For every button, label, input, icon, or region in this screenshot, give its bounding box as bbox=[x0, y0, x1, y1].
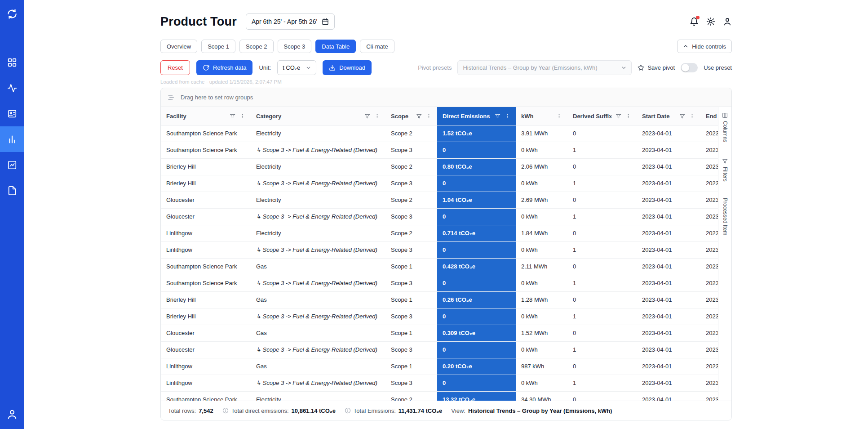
column-header-category[interactable]: Category bbox=[251, 107, 385, 125]
cell-start-date: 2023-04-01 bbox=[637, 125, 700, 142]
cell-direct-emissions: 0.20 tCO₂e bbox=[437, 358, 516, 375]
cell-direct-emissions: 1.04 tCO₂e bbox=[437, 192, 516, 208]
date-range-picker[interactable]: Apr 6th 25' - Apr 5th 26' bbox=[246, 13, 335, 30]
cell-scope: Scope 1 bbox=[385, 325, 437, 341]
table-row[interactable]: Linlithgow↳ Scope 3 -> Fuel & Energy-Rel… bbox=[161, 375, 718, 392]
tab-data-table[interactable]: Data Table bbox=[315, 40, 356, 53]
filter-funnel-icon[interactable] bbox=[230, 113, 235, 119]
cell-kwh: 1.52 MWh bbox=[516, 325, 567, 341]
column-menu-icon[interactable] bbox=[689, 113, 695, 119]
cell-end-date: 2023- bbox=[700, 125, 718, 142]
cell-category: ↳ Scope 3 -> Fuel & Energy-Related (Deri… bbox=[251, 375, 385, 391]
tab-scope-2[interactable]: Scope 2 bbox=[239, 40, 274, 53]
hide-controls-button[interactable]: Hide controls bbox=[677, 40, 732, 53]
side-panel-tab-columns[interactable]: Columns bbox=[722, 112, 728, 142]
cell-direct-emissions: 0 bbox=[437, 342, 516, 358]
tab-overview[interactable]: Overview bbox=[160, 40, 197, 53]
table-row[interactable]: LinlithgowElectricityScope 20.714 tCO₂e1… bbox=[161, 225, 718, 242]
table-row[interactable]: Brierley HillGasScope 10.26 tCO₂e1.28 MW… bbox=[161, 292, 718, 308]
cell-kwh: 0 kWh bbox=[516, 308, 567, 325]
reset-button[interactable]: Reset bbox=[160, 60, 190, 75]
table-row[interactable]: Brierley HillElectricityScope 20.80 tCO₂… bbox=[161, 159, 718, 175]
cell-facility: Gloucester bbox=[161, 192, 251, 208]
cell-derived-suffix: 1 bbox=[567, 242, 637, 258]
table-row[interactable]: Brierley Hill↳ Scope 3 -> Fuel & Energy-… bbox=[161, 308, 718, 325]
table-row[interactable]: GloucesterElectricityScope 21.04 tCO₂e2.… bbox=[161, 192, 718, 209]
view-item: View: Historical Trends – Group by Year … bbox=[451, 407, 612, 414]
sidebar-item-bar-chart[interactable] bbox=[0, 126, 24, 152]
sidebar-item-trend-chart[interactable] bbox=[0, 152, 24, 178]
column-header-scope[interactable]: Scope bbox=[385, 107, 437, 125]
column-header-direct-emissions[interactable]: Direct Emissions bbox=[437, 107, 516, 125]
filter-funnel-icon[interactable] bbox=[616, 113, 621, 119]
cell-category: Electricity bbox=[251, 392, 385, 401]
use-preset-label: Use preset bbox=[704, 64, 732, 71]
table-row[interactable]: Linlithgow↳ Scope 3 -> Fuel & Energy-Rel… bbox=[161, 242, 718, 259]
info-icon bbox=[222, 407, 229, 414]
sidebar-item-report[interactable] bbox=[0, 178, 24, 203]
column-menu-icon[interactable] bbox=[625, 113, 631, 119]
table-row[interactable]: Southampton Science ParkGasScope 10.428 … bbox=[161, 259, 718, 275]
cell-facility: Brierley Hill bbox=[161, 308, 251, 325]
row-group-dropzone[interactable]: Drag here to set row groups bbox=[161, 88, 731, 107]
filter-funnel-icon[interactable] bbox=[495, 113, 500, 119]
column-menu-icon[interactable] bbox=[239, 113, 245, 119]
sidebar-item-dashboard[interactable] bbox=[0, 49, 24, 75]
filter-funnel-icon[interactable] bbox=[416, 113, 422, 119]
unit-select[interactable]: t CO₂e bbox=[277, 60, 316, 75]
download-button[interactable]: Download bbox=[323, 60, 372, 75]
settings-gear-icon[interactable] bbox=[706, 17, 715, 26]
cell-derived-suffix: 0 bbox=[567, 159, 637, 175]
pivot-presets-label: Pivot presets bbox=[418, 64, 452, 71]
table-row[interactable]: Southampton Science ParkElectricityScope… bbox=[161, 392, 718, 401]
cell-direct-emissions: 0.309 tCO₂e bbox=[437, 325, 516, 341]
table-row[interactable]: Brierley Hill↳ Scope 3 -> Fuel & Energy-… bbox=[161, 175, 718, 192]
column-header-kwh[interactable]: kWh bbox=[516, 107, 567, 125]
cell-derived-suffix: 0 bbox=[567, 125, 637, 142]
sidebar-user-icon[interactable] bbox=[6, 408, 18, 420]
table-row[interactable]: Gloucester↳ Scope 3 -> Fuel & Energy-Rel… bbox=[161, 209, 718, 225]
table-row[interactable]: GloucesterGasScope 10.309 tCO₂e1.52 MWh0… bbox=[161, 325, 718, 342]
cell-end-date: 2023- bbox=[700, 209, 718, 225]
side-panel-tab-filters[interactable]: Filters bbox=[722, 158, 728, 182]
notifications-bell-icon[interactable] bbox=[690, 17, 699, 26]
filter-funnel-icon[interactable] bbox=[364, 113, 370, 119]
app-logo-sync-icon[interactable] bbox=[6, 8, 18, 20]
cell-direct-emissions: 1.52 tCO₂e bbox=[437, 125, 516, 142]
use-preset-toggle[interactable] bbox=[681, 63, 698, 72]
sidebar-item-contacts[interactable] bbox=[0, 101, 24, 126]
pivot-preset-select[interactable]: Historical Trends – Group by Year (Emiss… bbox=[457, 60, 632, 75]
table-row[interactable]: Southampton Science Park↳ Scope 3 -> Fue… bbox=[161, 275, 718, 292]
column-menu-icon[interactable] bbox=[374, 113, 380, 119]
save-pivot-button[interactable]: Save pivot bbox=[638, 64, 675, 71]
table-row[interactable]: Southampton Science Park↳ Scope 3 -> Fue… bbox=[161, 142, 718, 159]
column-header-start-date[interactable]: Start Date bbox=[637, 107, 700, 125]
refresh-data-label: Refresh data bbox=[213, 64, 246, 71]
cell-kwh: 0 kWh bbox=[516, 209, 567, 225]
cell-end-date: 2023- bbox=[700, 275, 718, 291]
tab-scope-1[interactable]: Scope 1 bbox=[201, 40, 235, 53]
column-menu-icon[interactable] bbox=[556, 113, 562, 119]
tab-scope-3[interactable]: Scope 3 bbox=[278, 40, 312, 53]
cell-direct-emissions: 0 bbox=[437, 242, 516, 258]
cell-direct-emissions: 0.26 tCO₂e bbox=[437, 292, 516, 308]
column-header-end-date[interactable]: End Date bbox=[700, 107, 718, 125]
cell-direct-emissions: 0 bbox=[437, 275, 516, 291]
side-panel-tab-processed-item[interactable]: Processed Item bbox=[722, 198, 728, 235]
refresh-data-button[interactable]: Refresh data bbox=[196, 60, 252, 75]
sidebar-item-analytics[interactable] bbox=[0, 75, 24, 101]
column-menu-icon[interactable] bbox=[505, 113, 510, 119]
cell-facility: Southampton Science Park bbox=[161, 259, 251, 275]
grid-body[interactable]: Southampton Science ParkElectricityScope… bbox=[161, 125, 718, 401]
filter-funnel-icon[interactable] bbox=[679, 113, 685, 119]
account-user-icon[interactable] bbox=[723, 17, 732, 26]
tab-cli-mate[interactable]: Cli-mate bbox=[360, 40, 394, 53]
table-row[interactable]: Southampton Science ParkElectricityScope… bbox=[161, 125, 718, 142]
column-header-derived-suffix[interactable]: Derived Suffix bbox=[567, 107, 637, 125]
column-header-facility[interactable]: Facility bbox=[161, 107, 251, 125]
page-header: Product Tour Apr 6th 25' - Apr 5th 26' bbox=[160, 13, 732, 30]
cell-kwh: 987 kWh bbox=[516, 358, 567, 375]
column-menu-icon[interactable] bbox=[426, 113, 432, 119]
table-row[interactable]: Gloucester↳ Scope 3 -> Fuel & Energy-Rel… bbox=[161, 342, 718, 358]
table-row[interactable]: LinlithgowGasScope 10.20 tCO₂e987 kWh020… bbox=[161, 358, 718, 375]
